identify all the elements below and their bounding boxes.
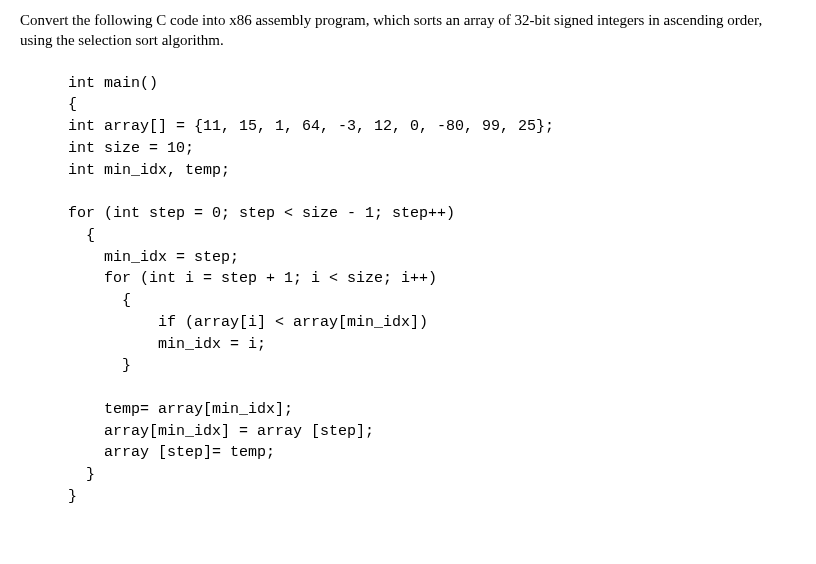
page-container: Convert the following C code into x86 as… <box>0 0 816 508</box>
code-line: int array[] = {11, 15, 1, 64, -3, 12, 0,… <box>68 118 554 135</box>
code-line: array[min_idx] = array [step]; <box>68 423 374 440</box>
code-line: int size = 10; <box>68 140 194 157</box>
code-line: } <box>68 466 95 483</box>
code-line: } <box>68 488 77 505</box>
code-line: for (int step = 0; step < size - 1; step… <box>68 205 455 222</box>
code-block: int main() { int array[] = {11, 15, 1, 6… <box>20 73 796 508</box>
code-line: if (array[i] < array[min_idx]) <box>68 314 428 331</box>
code-line: { <box>68 96 77 113</box>
code-line: int min_idx, temp; <box>68 162 230 179</box>
code-line: { <box>68 227 95 244</box>
code-line: array [step]= temp; <box>68 444 275 461</box>
code-line: min_idx = step; <box>68 249 239 266</box>
code-line: for (int i = step + 1; i < size; i++) <box>68 270 437 287</box>
code-line: } <box>68 357 131 374</box>
code-line: temp= array[min_idx]; <box>68 401 293 418</box>
code-line: int main() <box>68 75 158 92</box>
problem-instruction: Convert the following C code into x86 as… <box>20 10 796 51</box>
code-line: { <box>68 292 131 309</box>
code-line: min_idx = i; <box>68 336 266 353</box>
